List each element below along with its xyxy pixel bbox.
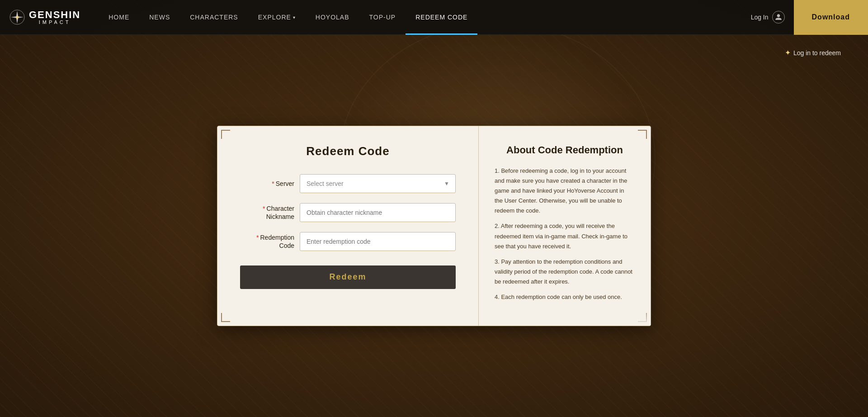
nav-right: Log In Download bbox=[742, 0, 868, 35]
logo-text: GENSHIN IMPACT bbox=[29, 10, 80, 25]
star-icon: ✦ bbox=[785, 48, 791, 57]
nav-item-news[interactable]: NEWS bbox=[139, 0, 180, 35]
about-redemption-title: About Code Redemption bbox=[495, 144, 635, 156]
logo-impact: IMPACT bbox=[29, 20, 80, 25]
login-to-redeem-link[interactable]: ✦ Log in to redeem bbox=[785, 48, 841, 57]
corner-decoration-tl bbox=[221, 130, 230, 139]
nav-item-hoyolab[interactable]: HoYoLAB bbox=[306, 0, 359, 35]
required-star-character: * bbox=[263, 205, 265, 212]
nav-links: HOME NEWS CHARACTERS EXPLORE ▾ HoYoLAB T… bbox=[90, 0, 741, 35]
redemption-code-label: *Redemption Code bbox=[240, 233, 294, 250]
server-label: *Server bbox=[240, 180, 294, 188]
download-button[interactable]: Download bbox=[794, 0, 868, 35]
required-star-redemption: * bbox=[256, 234, 259, 241]
info-paragraph-4: 4. Each redemption code can only be used… bbox=[495, 292, 632, 302]
login-button[interactable]: Log In bbox=[742, 0, 794, 35]
chevron-down-icon: ▾ bbox=[293, 15, 296, 20]
info-paragraph-2: 2. After redeeming a code, you will rece… bbox=[495, 221, 632, 251]
nav-item-characters[interactable]: CHARACTERS bbox=[180, 0, 248, 35]
svg-point-1 bbox=[16, 16, 19, 19]
redeem-card: Redeem Code *Server Select serverAmerica… bbox=[217, 126, 651, 326]
page-content: ✦ Log in to redeem Redeem Code *Server S… bbox=[0, 35, 868, 417]
redeem-form-title: Redeem Code bbox=[306, 144, 389, 158]
logo-icon bbox=[9, 9, 25, 25]
server-field-group: *Server Select serverAmericaEuropeAsiaTW… bbox=[240, 174, 456, 193]
logo[interactable]: GENSHIN IMPACT bbox=[0, 9, 90, 25]
character-nickname-input[interactable] bbox=[300, 203, 456, 222]
login-label: Log In bbox=[751, 14, 769, 21]
logo-genshin: GENSHIN bbox=[29, 10, 80, 20]
nav-item-redeem-code[interactable]: REDEEM CODE bbox=[406, 0, 477, 35]
redemption-info-text: 1. Before redeeming a code, log in to yo… bbox=[495, 166, 632, 302]
server-select[interactable]: Select serverAmericaEuropeAsiaTW, HK, MO bbox=[300, 174, 456, 193]
character-nickname-label: *Character Nickname bbox=[240, 204, 294, 221]
redeem-button[interactable]: Redeem bbox=[240, 265, 456, 289]
about-redemption-panel: About Code Redemption 1. Before redeemin… bbox=[479, 126, 651, 326]
navigation: GENSHIN IMPACT HOME NEWS CHARACTERS EXPL… bbox=[0, 0, 868, 35]
nav-item-top-up[interactable]: TOP-UP bbox=[359, 0, 406, 35]
redemption-code-input[interactable] bbox=[300, 232, 456, 251]
nav-item-explore[interactable]: EXPLORE ▾ bbox=[248, 0, 306, 35]
server-select-wrapper: Select serverAmericaEuropeAsiaTW, HK, MO… bbox=[300, 174, 456, 193]
login-to-redeem-label: Log in to redeem bbox=[793, 49, 841, 57]
redeem-form-panel: Redeem Code *Server Select serverAmerica… bbox=[217, 126, 479, 326]
nav-item-home[interactable]: HOME bbox=[99, 0, 139, 35]
required-star-server: * bbox=[272, 180, 274, 187]
corner-decoration-bl bbox=[221, 313, 230, 322]
user-icon bbox=[772, 11, 785, 24]
info-paragraph-3: 3. Pay attention to the redemption condi… bbox=[495, 257, 632, 287]
redemption-code-field-group: *Redemption Code bbox=[240, 232, 456, 251]
info-paragraph-1: 1. Before redeeming a code, log in to yo… bbox=[495, 166, 632, 216]
character-nickname-field-group: *Character Nickname bbox=[240, 203, 456, 222]
about-redemption-content[interactable]: 1. Before redeeming a code, log in to yo… bbox=[495, 166, 635, 308]
